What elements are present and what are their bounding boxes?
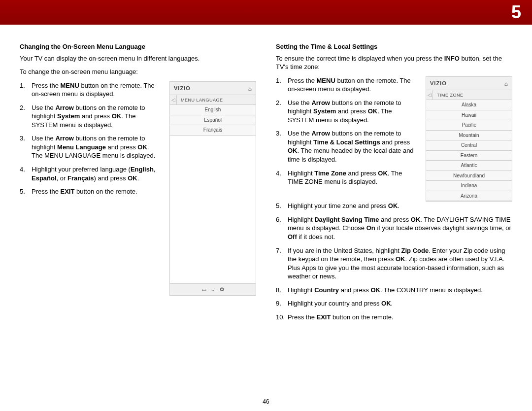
right-step-5: Highlight your time zone and press OK. (276, 202, 512, 210)
osd-time-zone: VIZIO ⌂ ◁ TIME ZONE Alaska Hawaii Pacifi… (426, 76, 512, 202)
osd-row: Indiana (426, 181, 512, 191)
page-number: 46 (0, 398, 532, 405)
osd-row: Mountain (426, 131, 512, 141)
left-step-1: Press the MENU button on the remote. The… (20, 81, 161, 99)
right-step-4: Highlight Time Zone and press OK. The TI… (276, 169, 417, 186)
osd-row: Español (170, 115, 256, 126)
osd-bottom-icons: ▭ ⌵ ✿ (170, 283, 256, 295)
home-icon: ⌂ (504, 80, 508, 88)
osd-row: Alaska (426, 100, 512, 110)
osd-brand: VIZIO (174, 85, 248, 92)
chapter-bar: 5 (0, 0, 532, 25)
osd-row: Central (426, 140, 512, 151)
osd-row: English (170, 105, 256, 115)
right-step-9: Highlight your country and press OK. (276, 299, 512, 308)
home-icon: ⌂ (248, 85, 252, 93)
page-content: Changing the On-Screen Menu Language You… (0, 25, 532, 326)
right-step-8: Highlight Country and press OK. The COUN… (276, 286, 512, 295)
right-column: Setting the Time & Local Settings To ens… (276, 42, 512, 326)
left-step-2: Use the Arrow buttons on the remote to h… (20, 103, 161, 130)
osd-row: Français (170, 125, 256, 136)
back-icon: ◁ (426, 90, 433, 100)
left-intro-2: To change the on-screen menu language: (20, 68, 256, 76)
osd-title: MENU LANGUAGE (177, 96, 256, 104)
left-step-4: Highlight your preferred language (Engli… (20, 165, 161, 182)
left-intro-1: Your TV can display the on-screen menu i… (20, 54, 256, 63)
osd-row: Hawaii (426, 110, 512, 121)
osd-row: Pacific (426, 120, 512, 131)
right-step-2: Use the Arrow buttons on the remote to h… (276, 99, 417, 125)
right-step-7: If you are in the United States, highlig… (276, 246, 512, 281)
osd-menu-language: VIZIO ⌂ ◁ MENU LANGUAGE English Español … (169, 81, 256, 296)
left-step-5: Press the EXIT button on the remote. (20, 187, 161, 196)
osd-brand: VIZIO (430, 80, 504, 87)
right-step-1: Press the MENU button on the remote. The… (276, 76, 417, 94)
osd-row: Newfoundland (426, 171, 512, 181)
osd-row: Eastern (426, 151, 512, 161)
osd-title: TIME ZONE (433, 91, 512, 100)
left-heading: Changing the On-Screen Menu Language (20, 42, 256, 51)
left-step-3: Use the Arrow buttons on the remote to h… (20, 134, 161, 160)
left-steps: Press the MENU button on the remote. The… (20, 81, 161, 196)
right-heading: Setting the Time & Local Settings (276, 42, 512, 51)
osd-row: Arizona (426, 191, 512, 202)
chapter-number: 5 (511, 2, 521, 23)
right-intro: To ensure the correct time is displayed … (276, 54, 512, 71)
right-step-3: Use the Arrow buttons on the remote to h… (276, 129, 417, 164)
wide-icon: ⌵ (211, 286, 215, 293)
back-icon: ◁ (170, 95, 177, 105)
left-column: Changing the On-Screen Menu Language You… (20, 42, 256, 326)
right-step-6: Highlight Daylight Saving Time and press… (276, 215, 512, 241)
tv-icon: ▭ (201, 286, 206, 293)
right-step-10: Press the EXIT button on the remote. (276, 313, 512, 322)
right-steps-top: Press the MENU button on the remote. The… (276, 76, 417, 186)
right-steps-bottom: Highlight your time zone and press OK. H… (276, 202, 512, 321)
osd-row: Atlantic (426, 161, 512, 171)
gear-icon: ✿ (220, 286, 224, 293)
